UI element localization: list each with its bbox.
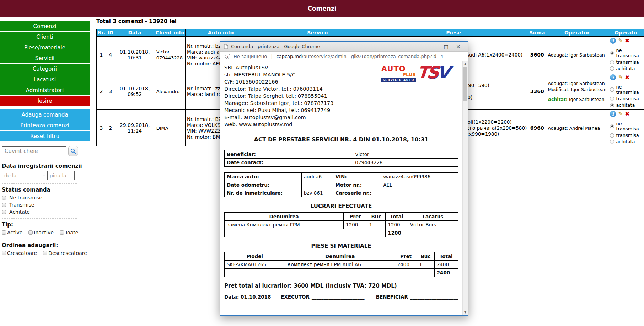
maximize-button[interactable]: □ [440,42,452,52]
radio-achitata[interactable] [610,66,614,71]
radio-transmisa[interactable] [610,60,614,64]
radio-ne-transmise[interactable] [2,196,6,200]
date-from-input[interactable] [2,171,41,180]
radio-transmisa[interactable] [610,97,614,101]
status-filter-options: Ne transmiseTransmiseAchitate [2,195,87,215]
auto-value-cell [301,181,333,189]
close-button[interactable]: ✕ [452,42,464,52]
sidebar-item-comenzi[interactable]: Comenzi [0,21,90,31]
checkbox-active[interactable] [2,230,6,235]
operator-line: Adaugat: Igor Sarbustean [548,52,606,58]
sidebar-item-piese-materiale[interactable]: Piese/materiale [0,42,90,53]
radio-achitata[interactable] [610,140,614,144]
status-radio-row: achitata [610,139,642,144]
logo-letter: V [436,63,449,82]
operator-label: Adaugat: [548,81,568,86]
status-option-row: Achitate [2,209,87,215]
action-adauga-comanda[interactable]: Adauga comanda [0,109,90,120]
delete-icon[interactable]: ✖ [625,75,629,80]
scroll-up-icon[interactable]: ▲ [463,61,468,66]
doc-cell: 2400 [395,261,417,269]
edit-icon[interactable]: ✎ [618,38,623,43]
address-separator: | [271,54,272,59]
action-printeaza-comenzi[interactable]: Printeaza comenzi [0,120,90,130]
lucrari-table: DenumireaPretBucTotalLacatus замена Комп… [224,212,458,237]
sidebar-item-categorii[interactable]: Categorii [0,64,90,74]
radio-transmisa[interactable] [610,133,614,138]
edit-icon[interactable]: ✎ [618,75,623,80]
sidebar-item-servicii[interactable]: Servicii [0,53,90,63]
doc-header-row: DenumireaPretBucTotalLacatus [225,213,458,221]
checkbox-option: Inactive [28,230,54,235]
checkbox-toate[interactable] [60,230,64,235]
company-line: Director: Talpa Victor, tel.: 076003114 [224,85,458,92]
info-icon[interactable]: i [610,111,616,117]
sidebar-item-administratori[interactable]: Administratori [0,85,90,95]
logo-auto-text: AUTO [381,65,416,73]
sidebar-actions: Adauga comandaPrinteaza comenziReset fil… [0,109,90,141]
checkbox-inactive[interactable] [28,230,33,235]
radio-transmise[interactable] [2,203,6,207]
delete-icon[interactable]: ✖ [625,38,629,44]
type-filter-options: ActiveInactiveToate [2,230,87,235]
checkbox-crescatoare[interactable] [2,251,6,255]
status-radio-row: achitata [610,102,642,108]
checkbox-descrescatoare[interactable] [43,251,47,255]
app-header: Comenzi [0,0,644,17]
type-filter-label: Tip: [2,221,87,228]
radio-ne-transmisa[interactable] [610,87,614,92]
footer-beneficiar-line: ____________________ [410,294,458,300]
doc-header-row: ModelDenumireaPretBucTotal [225,252,458,261]
status-radio-label: achitata [616,102,635,108]
search-input[interactable] [2,146,66,156]
divider [2,218,77,219]
client-line: Alexandru [156,89,185,95]
address-bar: i Не защищено | capcap.md /autoservice/a… [220,52,468,61]
status-radio-row: achitata [610,66,642,71]
popup-title-bar[interactable]: Comanda - printeaza - Google Chrome – □ … [220,42,468,52]
action-reset-filtru[interactable]: Reset filtru [0,131,90,141]
doc-total-spacer [225,269,435,277]
piese-table-head: ModelDenumireaPretBucTotal [225,252,458,261]
operator-label: Modificat: [548,87,569,92]
radio-ne-transmisa[interactable] [610,124,614,128]
info-icon[interactable]: i [225,54,230,59]
url-host: capcap.md [277,54,302,59]
radio-ne-transmisa[interactable] [610,51,614,55]
sidebar-item-lacatusi[interactable]: Lacatusi [0,74,90,85]
scroll-down-icon[interactable]: ▼ [463,310,468,315]
info-icon[interactable]: i [610,38,616,44]
doc-total-empty [408,229,458,237]
popup-document-area: SRL AutoplusTSVstr. MESTERUL MANOLE 5/CC… [220,61,468,315]
sidebar-item-clienti[interactable]: Clienti [0,32,90,42]
doc-total-row: 1200 [225,229,458,237]
edit-icon[interactable]: ✎ [618,111,623,117]
column-header-suma: Suma [528,29,546,37]
doc-total-spacer [225,229,386,237]
popup-scrollbar[interactable]: ▲ ▼ [462,61,468,315]
scrollbar-thumb[interactable] [463,67,467,101]
doc-col-pret: Pret [344,213,367,221]
checkbox-label: Active [7,230,22,235]
footer-executor-line: ______________________ [312,294,365,300]
company-logo: AUTO PLUS SERVICIU AUTO TSV [381,65,448,82]
status-radio-row: ne transmisa [610,84,642,95]
search-button[interactable] [68,146,78,156]
sidebar-item-iesire[interactable]: Iesire [0,96,90,106]
status-radio-label: transmisa [616,59,639,65]
minimize-button[interactable]: – [428,42,440,52]
radio-achitata[interactable] [610,103,614,107]
cell-data: 29.09.2018, 11:24 [115,110,155,146]
column-header-piese: Piese [379,29,528,37]
cell-operatii: i✎✖ne transmisatransmisaachitata [608,73,644,110]
radio-achitate[interactable] [2,210,6,214]
beneficiar-table-body: Beneficiar:VictorDate contact:079443228 [225,150,458,167]
info-icon[interactable]: i [610,74,616,80]
delete-icon[interactable]: ✖ [625,111,629,117]
footer-date: Data: 01.10.2018 [224,294,271,300]
client-line: DIMA [156,125,185,131]
doc-col-lacatus: Lacatus [408,213,458,221]
doc-col-pret: Pret [395,252,417,261]
doc-cell: 1200 [386,221,408,229]
date-to-input[interactable] [47,171,75,180]
